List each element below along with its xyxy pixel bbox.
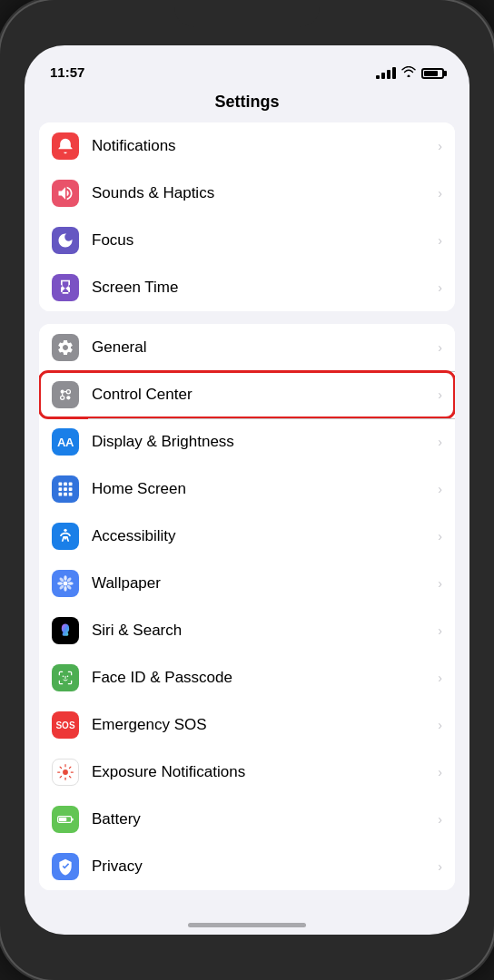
sounds-label: Sounds & Haptics: [92, 184, 438, 202]
svg-rect-6: [59, 483, 63, 486]
svg-point-3: [66, 396, 70, 399]
screentime-chevron: ›: [438, 280, 442, 295]
battery-chevron: ›: [438, 812, 442, 827]
svg-point-16: [64, 582, 68, 586]
controlcenter-label: Control Center: [92, 386, 438, 404]
homescreen-chevron: ›: [438, 482, 442, 496]
siri-icon: [52, 617, 79, 644]
settings-item-faceid[interactable]: Face ID & Passcode ›: [39, 654, 455, 701]
svg-rect-14: [69, 493, 73, 496]
homescreen-label: Home Screen: [92, 480, 438, 498]
svg-point-24: [59, 584, 64, 590]
notifications-label: Notifications: [92, 137, 438, 155]
svg-rect-39: [72, 818, 74, 821]
siri-label: Siri & Search: [92, 622, 438, 640]
svg-point-15: [64, 529, 66, 532]
accessibility-chevron: ›: [438, 529, 442, 544]
settings-item-privacy[interactable]: Privacy ›: [39, 843, 455, 890]
display-label: Display & Brightness: [92, 433, 438, 451]
exposure-chevron: ›: [438, 765, 442, 779]
faceid-label: Face ID & Passcode: [92, 669, 438, 687]
page-title-container: Settings: [25, 85, 469, 122]
sos-icon: SOS: [52, 711, 79, 739]
controlcenter-chevron: ›: [438, 387, 442, 402]
sos-label: Emergency SOS: [92, 716, 438, 734]
settings-item-siri[interactable]: Siri & Search ›: [39, 607, 455, 654]
settings-scroll[interactable]: Notifications › Sounds & Haptics ›: [25, 122, 469, 935]
exposure-icon: [52, 759, 79, 786]
settings-item-wallpaper[interactable]: Wallpaper ›: [39, 560, 455, 607]
settings-item-focus[interactable]: Focus ›: [39, 217, 455, 264]
settings-item-notifications[interactable]: Notifications ›: [39, 122, 455, 170]
svg-point-21: [59, 577, 64, 583]
phone-screen: 11:57: [25, 45, 469, 935]
svg-rect-7: [64, 483, 67, 486]
settings-group-2: General › Control Cente: [39, 324, 455, 890]
svg-point-23: [66, 577, 72, 583]
settings-group-1: Notifications › Sounds & Haptics ›: [39, 122, 455, 311]
svg-rect-38: [59, 818, 66, 821]
sounds-chevron: ›: [438, 186, 442, 201]
settings-item-sounds[interactable]: Sounds & Haptics ›: [39, 170, 455, 217]
home-indicator: [188, 923, 306, 927]
privacy-label: Privacy: [92, 858, 438, 876]
svg-line-33: [60, 767, 61, 768]
page-title: Settings: [214, 93, 279, 111]
accessibility-icon: [52, 523, 79, 550]
wifi-icon: [401, 66, 416, 80]
settings-item-exposure[interactable]: Exposure Notifications ›: [39, 749, 455, 796]
svg-point-20: [68, 582, 74, 584]
privacy-chevron: ›: [438, 859, 442, 874]
settings-item-display[interactable]: AA Display & Brightness ›: [39, 418, 455, 466]
battery-icon: [52, 806, 79, 833]
wallpaper-label: Wallpaper: [92, 574, 438, 593]
accessibility-label: Accessibility: [92, 527, 438, 545]
status-icons: [376, 66, 444, 80]
screentime-label: Screen Time: [92, 279, 438, 297]
siri-chevron: ›: [438, 623, 442, 638]
sounds-icon: [52, 180, 79, 207]
wallpaper-icon: [52, 570, 79, 597]
svg-rect-8: [69, 483, 73, 486]
svg-line-36: [69, 767, 70, 768]
svg-rect-13: [64, 493, 67, 496]
svg-rect-11: [69, 487, 73, 491]
homescreen-icon: [52, 475, 79, 503]
faceid-icon: [52, 664, 79, 691]
settings-item-controlcenter[interactable]: Control Center ›: [39, 371, 455, 418]
svg-point-19: [57, 582, 63, 584]
svg-point-22: [66, 584, 72, 590]
controlcenter-icon: [52, 381, 79, 408]
settings-item-general[interactable]: General ›: [39, 324, 455, 371]
svg-point-26: [67, 676, 69, 678]
wallpaper-chevron: ›: [438, 576, 442, 591]
svg-line-34: [69, 776, 70, 777]
sos-chevron: ›: [438, 718, 442, 732]
settings-item-accessibility[interactable]: Accessibility ›: [39, 513, 455, 560]
settings-item-battery[interactable]: Battery ›: [39, 796, 455, 843]
faceid-chevron: ›: [438, 671, 442, 685]
status-time: 11:57: [50, 64, 84, 80]
svg-rect-12: [59, 493, 63, 496]
svg-line-35: [60, 776, 61, 777]
svg-rect-10: [64, 487, 67, 491]
signal-bars-icon: [376, 67, 396, 79]
svg-point-28: [63, 769, 68, 775]
notch: [174, 0, 320, 27]
battery-label: Battery: [92, 810, 438, 828]
general-chevron: ›: [438, 340, 442, 355]
exposure-label: Exposure Notifications: [92, 763, 438, 781]
settings-item-screentime[interactable]: Screen Time ›: [39, 264, 455, 311]
notifications-chevron: ›: [438, 139, 442, 153]
svg-point-18: [64, 586, 66, 592]
phone-frame: 11:57: [0, 0, 494, 980]
screentime-icon: [52, 274, 79, 301]
general-icon: [52, 334, 79, 361]
svg-point-17: [64, 575, 66, 581]
notifications-icon: [52, 132, 79, 160]
settings-item-homescreen[interactable]: Home Screen ›: [39, 466, 455, 513]
focus-icon: [52, 227, 79, 254]
settings-item-sos[interactable]: SOS Emergency SOS ›: [39, 701, 455, 749]
privacy-icon: [52, 853, 79, 880]
svg-rect-9: [59, 487, 63, 491]
